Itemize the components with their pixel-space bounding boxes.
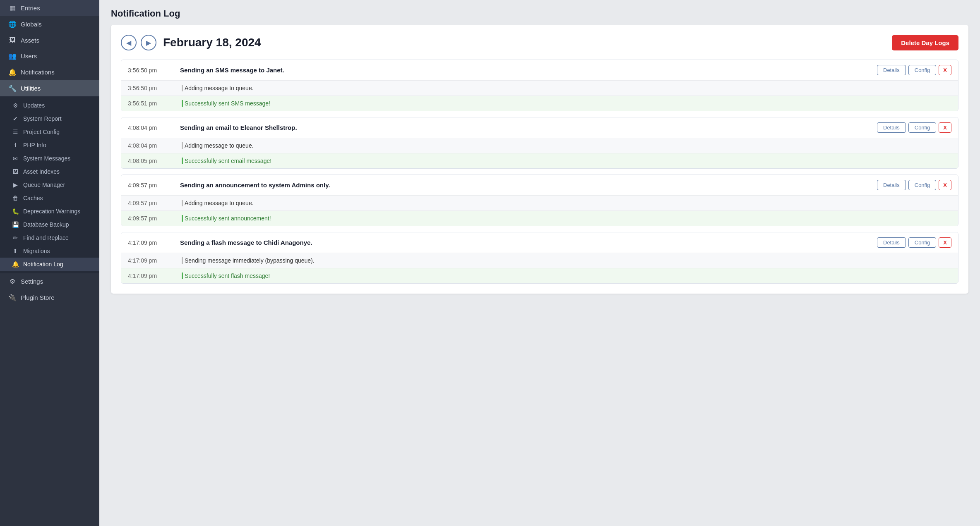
globals-icon: 🌐	[8, 20, 17, 28]
next-day-button[interactable]: ▶	[141, 35, 156, 50]
utilities-sub-item-database-backup[interactable]: 💾Database Backup	[0, 218, 99, 231]
details-button-3[interactable]: Details	[877, 237, 906, 248]
log-header-title-3: Sending a flash message to Chidi Anagony…	[180, 239, 870, 246]
details-button-0[interactable]: Details	[877, 65, 906, 75]
sidebar-item-plugin-store[interactable]: 🔌Plugin Store	[0, 289, 99, 306]
queue-manager-icon: ▶	[12, 182, 19, 188]
log-detail-time-2-0: 4:09:57 pm	[128, 200, 173, 206]
plugin-store-icon: 🔌	[8, 294, 17, 301]
sidebar-item-users[interactable]: 👥Users	[0, 48, 99, 64]
delete-button-2[interactable]: X	[939, 180, 951, 190]
log-detail-row-0-0: 3:56:50 pm Adding message to queue.	[121, 80, 958, 96]
project-config-icon: ☰	[12, 129, 19, 135]
delete-button-1[interactable]: X	[939, 122, 951, 133]
log-detail-row-2-1: 4:09:57 pm Successfully sent announcemen…	[121, 210, 958, 226]
log-detail-msg-0-0: Adding message to queue.	[182, 85, 951, 91]
sub-item-label: Migrations	[23, 248, 50, 254]
sub-item-label: Deprecation Warnings	[23, 208, 80, 215]
utilities-sub-item-php-info[interactable]: ℹPHP Info	[0, 139, 99, 152]
sidebar-item-entries[interactable]: ▦Entries	[0, 0, 99, 16]
utilities-sub-item-deprecation-warnings[interactable]: 🐛Deprecation Warnings	[0, 205, 99, 218]
php-info-icon: ℹ	[12, 142, 19, 148]
log-actions-1: Details Config X	[877, 122, 951, 133]
notification-log-icon: 🔔	[12, 261, 19, 268]
sidebar-item-settings[interactable]: ⚙Settings	[0, 273, 99, 289]
sub-item-label: Asset Indexes	[23, 168, 60, 175]
config-button-1[interactable]: Config	[908, 122, 937, 133]
delete-button-3[interactable]: X	[939, 237, 951, 248]
log-detail-msg-0-1: Successfully sent SMS message!	[182, 100, 951, 107]
sidebar-item-globals[interactable]: 🌐Globals	[0, 16, 99, 32]
log-header-2: 4:09:57 pm Sending an announcement to sy…	[121, 175, 958, 195]
utilities-sub-item-project-config[interactable]: ☰Project Config	[0, 125, 99, 139]
log-detail-time-0-0: 3:56:50 pm	[128, 85, 173, 91]
delete-button-0[interactable]: X	[939, 65, 951, 75]
sidebar-item-assets[interactable]: 🖼Assets	[0, 32, 99, 48]
utilities-sub-item-notification-log[interactable]: 🔔Notification Log	[0, 258, 99, 271]
utilities-sub-item-updates[interactable]: ⚙Updates	[0, 99, 99, 112]
sub-item-label: Notification Log	[23, 261, 63, 268]
sidebar-item-utilities[interactable]: 🔧Utilities	[0, 80, 99, 96]
main-scrollable: ◀ ▶ February 18, 2024 Delete Day Logs 3:…	[99, 25, 980, 526]
caches-icon: 🗑	[12, 195, 19, 201]
entries-icon: ▦	[8, 4, 17, 12]
settings-icon: ⚙	[8, 277, 17, 285]
delete-day-logs-button[interactable]: Delete Day Logs	[892, 35, 958, 50]
system-messages-icon: ✉	[12, 155, 19, 162]
log-header-time-0: 3:56:50 pm	[128, 67, 173, 74]
sub-item-label: Caches	[23, 195, 43, 201]
utilities-icon: 🔧	[8, 84, 17, 92]
asset-indexes-icon: 🖼	[12, 168, 19, 175]
utilities-sub-item-system-messages[interactable]: ✉System Messages	[0, 152, 99, 165]
sub-item-label: Database Backup	[23, 221, 69, 228]
sidebar-item-notifications[interactable]: 🔔Notifications	[0, 64, 99, 80]
notifications-icon: 🔔	[8, 68, 17, 76]
sub-item-label: Updates	[23, 102, 45, 109]
system-report-icon: ✔	[12, 115, 19, 122]
date-nav-left: ◀ ▶ February 18, 2024	[121, 35, 261, 50]
config-button-0[interactable]: Config	[908, 65, 937, 75]
utilities-sub-item-system-report[interactable]: ✔System Report	[0, 112, 99, 125]
utilities-sub-item-migrations[interactable]: ⬆Migrations	[0, 244, 99, 258]
log-detail-row-1-0: 4:08:04 pm Adding message to queue.	[121, 138, 958, 153]
prev-day-button[interactable]: ◀	[121, 35, 137, 50]
date-display: February 18, 2024	[163, 36, 261, 49]
log-header-title-0: Sending an SMS message to Janet.	[180, 67, 870, 74]
utilities-sub-item-find-and-replace[interactable]: ✏Find and Replace	[0, 231, 99, 244]
log-detail-time-3-1: 4:17:09 pm	[128, 273, 173, 279]
log-header-title-1: Sending an email to Eleanor Shellstrop.	[180, 124, 870, 131]
sub-item-label: System Messages	[23, 155, 70, 162]
utilities-sub-item-queue-manager[interactable]: ▶Queue Manager	[0, 178, 99, 191]
details-button-2[interactable]: Details	[877, 180, 906, 190]
find-and-replace-icon: ✏	[12, 234, 19, 241]
date-navigation: ◀ ▶ February 18, 2024 Delete Day Logs	[121, 35, 958, 50]
sub-item-label: Queue Manager	[23, 182, 65, 188]
log-detail-msg-2-1: Successfully sent announcement!	[182, 215, 951, 222]
log-detail-msg-2-0: Adding message to queue.	[182, 200, 951, 206]
log-header-0: 3:56:50 pm Sending an SMS message to Jan…	[121, 60, 958, 80]
log-actions-3: Details Config X	[877, 237, 951, 248]
log-detail-time-1-1: 4:08:05 pm	[128, 158, 173, 164]
log-detail-row-3-1: 4:17:09 pm Successfully sent flash messa…	[121, 268, 958, 283]
sub-item-label: PHP Info	[23, 142, 46, 148]
log-detail-row-1-1: 4:08:05 pm Successfully sent email messa…	[121, 153, 958, 168]
utilities-sub-item-caches[interactable]: 🗑Caches	[0, 191, 99, 205]
utilities-sub-item-asset-indexes[interactable]: 🖼Asset Indexes	[0, 165, 99, 178]
log-header-time-1: 4:08:04 pm	[128, 124, 173, 131]
log-detail-msg-1-1: Successfully sent email message!	[182, 158, 951, 164]
log-header-title-2: Sending an announcement to system Admins…	[180, 182, 870, 189]
log-detail-row-2-0: 4:09:57 pm Adding message to queue.	[121, 195, 958, 210]
log-group-1: 4:08:04 pm Sending an email to Eleanor S…	[121, 117, 958, 169]
updates-icon: ⚙	[12, 102, 19, 109]
config-button-2[interactable]: Config	[908, 180, 937, 190]
sub-item-label: Project Config	[23, 129, 60, 135]
log-panel: ◀ ▶ February 18, 2024 Delete Day Logs 3:…	[111, 25, 968, 294]
details-button-1[interactable]: Details	[877, 122, 906, 133]
log-detail-time-2-1: 4:09:57 pm	[128, 215, 173, 222]
log-detail-msg-1-0: Adding message to queue.	[182, 142, 951, 149]
sidebar-item-label: Plugin Store	[21, 294, 55, 301]
sidebar-item-label: Assets	[21, 37, 39, 44]
config-button-3[interactable]: Config	[908, 237, 937, 248]
log-header-time-2: 4:09:57 pm	[128, 182, 173, 189]
log-header-1: 4:08:04 pm Sending an email to Eleanor S…	[121, 117, 958, 138]
